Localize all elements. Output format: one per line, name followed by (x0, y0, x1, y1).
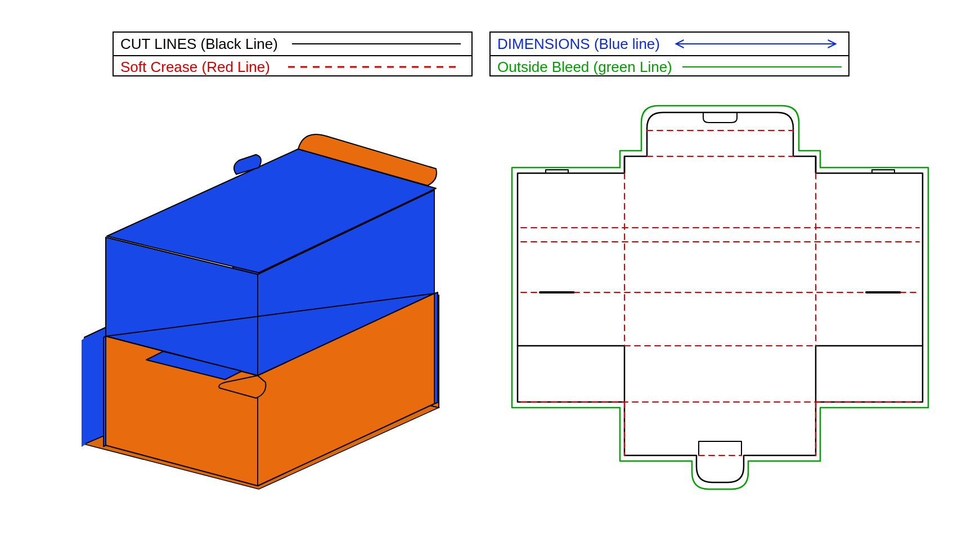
legend-dim-label: DIMENSIONS (Blue line) (497, 35, 660, 53)
box-dieline-diagram (489, 96, 951, 523)
bleed-outline-icon (512, 106, 928, 489)
legend-left: CUT LINES (Black Line) Soft Crease (Red … (113, 31, 473, 76)
svg-marker-27 (434, 292, 438, 404)
legend-row-dim: DIMENSIONS (Blue line) (491, 33, 848, 55)
crease-line-sample-icon (280, 61, 465, 73)
box-3d-render (34, 96, 495, 523)
cut-line-sample-icon (288, 38, 465, 49)
dimension-arrow-sample-icon (670, 38, 842, 49)
legend-row-bleed: Outside Bleed (green Line) (491, 55, 848, 78)
legend-bleed-label: Outside Bleed (green Line) (497, 58, 672, 76)
legend-row-crease: Soft Crease (Red Line) (114, 55, 471, 78)
legend-row-cut: CUT LINES (Black Line) (114, 33, 471, 55)
legend-right: DIMENSIONS (Blue line) Outside Bleed (gr… (489, 31, 849, 76)
page: CUT LINES (Black Line) Soft Crease (Red … (0, 0, 980, 551)
legend-crease-label: Soft Crease (Red Line) (120, 58, 270, 76)
legend-cut-label: CUT LINES (Black Line) (120, 35, 278, 53)
bleed-line-sample-icon (682, 61, 842, 73)
svg-marker-28 (104, 336, 106, 446)
